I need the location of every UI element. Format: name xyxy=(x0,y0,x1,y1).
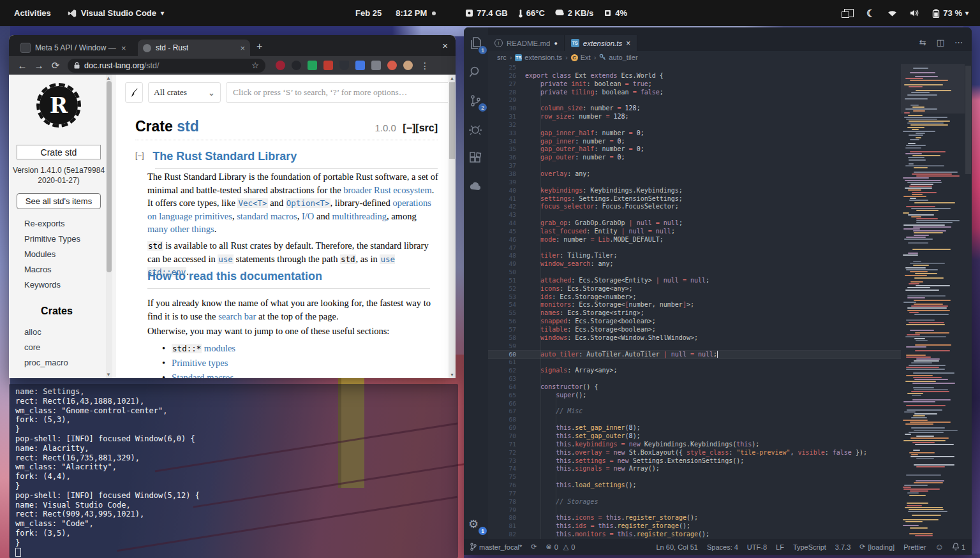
breadcrumb-extension.ts[interactable]: TSextension.ts xyxy=(515,54,562,61)
status-spaces-4-item[interactable]: Spaces: 4 xyxy=(707,543,738,551)
explorer-icon[interactable]: 1 xyxy=(468,36,484,52)
status-ln-60-col-51-item[interactable]: Ln 60, Col 51 xyxy=(657,543,698,551)
window-switcher-icon[interactable] xyxy=(844,9,854,17)
crate-link-proc_macro[interactable]: proc_macro xyxy=(24,358,68,367)
tab-extension-ts[interactable]: TS extension.ts × xyxy=(565,35,637,51)
see-all-items-button[interactable]: See all std's items xyxy=(17,193,101,209)
do-not-disturb-moon-icon[interactable]: ☾ xyxy=(866,8,875,19)
crate-link-alloc[interactable]: alloc xyxy=(24,327,68,337)
wifi-icon[interactable] xyxy=(887,10,897,17)
breadcrumbs[interactable]: src›TSextension.ts›CExt›auto_tiler xyxy=(488,51,972,64)
battery-indicator[interactable]: 73 % ▾ xyxy=(932,8,969,18)
scroll-up-icon[interactable]: ▲ xyxy=(105,75,112,81)
manage-gear-icon[interactable]: ⚙ 1 xyxy=(468,517,484,532)
more-actions-icon[interactable]: ⋯ xyxy=(954,38,963,47)
bullet-item[interactable]: Primitive types xyxy=(162,356,235,371)
sidebar-link-keywords[interactable]: Keywords xyxy=(24,280,80,290)
source-control-icon[interactable]: 2 xyxy=(468,94,484,109)
tab-close-icon[interactable]: × xyxy=(240,43,245,53)
status-utf-8-item[interactable]: UTF-8 xyxy=(747,543,767,551)
sidebar-scrollbar[interactable] xyxy=(106,75,112,378)
content-scrollbar[interactable]: ▲ ▼ xyxy=(449,75,456,378)
minimap-slider[interactable] xyxy=(901,64,965,114)
minimap[interactable] xyxy=(901,64,965,539)
breadcrumb-auto_tiler[interactable]: auto_tiler xyxy=(599,54,637,62)
sidebar-link-modules[interactable]: Modules xyxy=(24,249,80,259)
status-smiley-item[interactable]: ☺ xyxy=(935,542,944,552)
address-bar[interactable]: doc.rust-lang.org/std/ ☆ xyxy=(68,59,265,73)
code-editor[interactable]: 2526export class Ext extends Ecs.World {… xyxy=(488,64,901,539)
shield-ext-icon[interactable] xyxy=(339,61,349,70)
bookmark-star-icon[interactable]: ☆ xyxy=(251,61,259,70)
green-ext-icon[interactable] xyxy=(308,61,317,70)
stat-thermometer[interactable]: 66°C xyxy=(518,8,545,18)
search-input[interactable]: Click or press ‘S’ to search, ‘?’ for mo… xyxy=(226,82,448,103)
browser-tab-std-rust[interactable]: std - Rust × xyxy=(138,40,250,56)
theme-picker-button[interactable] xyxy=(125,82,143,103)
inline-link[interactable]: Option<T> xyxy=(286,198,330,208)
search-icon[interactable] xyxy=(468,65,484,80)
status-1-item[interactable]: 1 xyxy=(953,543,965,552)
scroll-down-icon[interactable]: ▼ xyxy=(449,372,456,377)
debug-icon[interactable] xyxy=(468,122,484,138)
sidebar-link-re-exports[interactable]: Re-exports xyxy=(24,219,80,228)
forward-button[interactable]: → xyxy=(31,60,47,71)
status-3-7-3-item[interactable]: 3.7.3 xyxy=(835,543,850,551)
stat-memory[interactable]: 4% xyxy=(604,8,627,18)
ublock-ext-icon[interactable] xyxy=(276,61,285,70)
dark-ext-icon[interactable] xyxy=(292,61,301,70)
cloud-sync-icon[interactable] xyxy=(468,180,484,195)
inline-link[interactable]: use xyxy=(218,254,234,264)
stat-disk[interactable]: 77.4 GB xyxy=(465,8,507,18)
activities-button[interactable]: Activities xyxy=(14,8,51,18)
new-tab-button[interactable]: + xyxy=(256,41,262,52)
editor-scrollbar-thumb[interactable] xyxy=(965,66,971,174)
breadcrumb-src[interactable]: src xyxy=(497,54,507,61)
red-ext-icon[interactable] xyxy=(323,61,333,70)
blue-ext-icon[interactable] xyxy=(355,61,365,70)
profile-avatar[interactable] xyxy=(403,61,413,70)
inline-link[interactable]: Primitive types xyxy=(172,358,228,368)
status-typescript-item[interactable]: TypeScript xyxy=(793,543,826,551)
status--loading--item[interactable]: ⟳[loading] xyxy=(859,543,895,551)
inline-link[interactable]: modules xyxy=(204,343,235,353)
reload-button[interactable]: ⟳ xyxy=(47,60,64,71)
sidebar-link-primitive-types[interactable]: Primitive Types xyxy=(24,234,80,244)
terminal-window[interactable]: name: Settings, rect: Rect(16,43,1888,10… xyxy=(9,384,458,558)
inline-link[interactable]: I/O xyxy=(302,211,314,221)
bullet-item[interactable]: Standard macros xyxy=(162,371,235,378)
tab-close-icon[interactable]: × xyxy=(121,43,126,53)
inline-link[interactable]: search bar xyxy=(218,311,256,321)
inline-link[interactable]: Vec<T> xyxy=(237,198,267,208)
inline-link[interactable]: many other things xyxy=(147,224,214,234)
src-link[interactable]: [src] xyxy=(415,122,438,133)
clock[interactable]: Feb 25 8:12 PM xyxy=(355,8,436,18)
open-changes-icon[interactable]: ⇆ xyxy=(919,38,926,47)
tab-readme[interactable]: i README.md ● xyxy=(488,35,565,51)
volume-icon[interactable] xyxy=(910,9,919,17)
collapse-all-toggle[interactable]: [−] xyxy=(403,122,415,133)
problems-item[interactable]: ⊗ 0 △ 0 xyxy=(546,543,575,551)
browser-tab-meta-api[interactable]: Meta 5 API / Window — D × xyxy=(15,40,137,56)
breadcrumb-ext[interactable]: CExt xyxy=(571,54,591,61)
inline-link[interactable]: Standard macros xyxy=(172,372,234,378)
scroll-down-icon[interactable]: ▼ xyxy=(105,372,112,378)
window-close-button[interactable]: × xyxy=(442,40,448,51)
bullet-item[interactable]: std::* modules xyxy=(162,341,235,356)
dirty-dot-icon[interactable]: ● xyxy=(554,40,557,47)
split-editor-icon[interactable]: ◫ xyxy=(937,38,944,47)
section-collapse-toggle[interactable]: [−] xyxy=(135,151,144,160)
back-button[interactable]: ← xyxy=(14,60,31,71)
browser-menu-icon[interactable]: ⋮ xyxy=(420,61,437,71)
inline-link[interactable]: broader Rust ecosystem xyxy=(343,185,432,195)
grey-ext-icon[interactable] xyxy=(371,61,381,70)
crate-filter-select[interactable]: All crates ⌄ xyxy=(148,82,221,103)
extensions-icon[interactable] xyxy=(468,151,484,166)
orange-ext-icon[interactable] xyxy=(387,61,397,70)
stat-network[interactable]: 2 KB/s xyxy=(555,8,593,18)
status-prettier-item[interactable]: Prettier xyxy=(903,543,926,551)
tab-close-icon[interactable]: × xyxy=(626,39,630,48)
sidebar-link-macros[interactable]: Macros xyxy=(24,265,80,274)
app-menu[interactable]: Visual Studio Code ▾ xyxy=(68,8,164,18)
status-lf-item[interactable]: LF xyxy=(776,543,784,551)
